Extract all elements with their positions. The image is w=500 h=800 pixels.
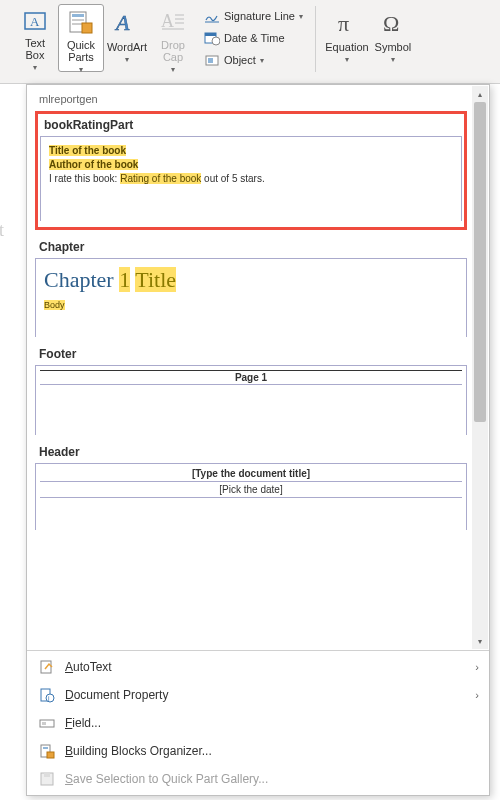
insert-stack: Signature Line ▾ Date & Time Object ▾ <box>200 4 307 70</box>
svg-rect-12 <box>162 28 184 30</box>
signature-line-button[interactable]: Signature Line ▾ <box>200 6 307 26</box>
gallery-entry-bookrating[interactable]: bookRatingPart Title of the book Author … <box>40 116 462 221</box>
menu-label: AutoText <box>65 660 112 674</box>
svg-rect-28 <box>43 747 48 749</box>
svg-rect-18 <box>208 58 213 63</box>
scroll-up-arrow[interactable]: ▴ <box>472 86 488 102</box>
svg-text:Ω: Ω <box>383 11 399 36</box>
gallery-scrollbar[interactable]: ▴ ▾ <box>472 86 488 649</box>
gallery-entry-chapter[interactable]: Chapter Chapter 1 Title Body <box>35 240 467 337</box>
chevron-down-icon: ▾ <box>299 12 303 21</box>
svg-text:A: A <box>30 14 40 29</box>
svg-rect-15 <box>205 33 216 36</box>
rate-suffix: out of 5 stars. <box>201 173 264 184</box>
svg-rect-4 <box>72 19 84 21</box>
text-box-label: Text Box <box>15 37 55 61</box>
symbol-button[interactable]: Ω Symbol ▾ <box>370 4 416 72</box>
signature-line-label: Signature Line <box>224 10 295 22</box>
chevron-down-icon: ▾ <box>171 64 175 76</box>
gallery-entry-header[interactable]: Header [Type the document title] [Pick t… <box>35 445 467 530</box>
header-date-placeholder: [Pick the date] <box>40 482 462 498</box>
chevron-right-icon: › <box>475 689 479 701</box>
svg-rect-9 <box>175 14 184 16</box>
save-icon <box>37 771 57 787</box>
wordart-button[interactable]: A WordArt ▾ <box>104 4 150 72</box>
menu-autotext[interactable]: AutoText › <box>27 653 489 681</box>
book-rating-line: I rate this book: Rating of the book out… <box>49 173 453 184</box>
gallery-scroll-area[interactable]: mlreportgen bookRatingPart Title of the … <box>27 85 489 650</box>
svg-rect-29 <box>47 752 54 758</box>
entry-title: Chapter <box>35 240 467 258</box>
chevron-right-icon: › <box>475 661 479 673</box>
quick-parts-gallery: mlreportgen bookRatingPart Title of the … <box>26 84 490 796</box>
chapter-prefix: Chapter <box>44 267 119 292</box>
entry-title: bookRatingPart <box>40 116 462 136</box>
quick-parts-button[interactable]: Quick Parts ▾ <box>58 4 104 72</box>
chevron-down-icon: ▾ <box>125 54 129 66</box>
book-title-placeholder: Title of the book <box>49 145 126 156</box>
wordart-label: WordArt <box>107 41 147 53</box>
document-background-text: ot <box>0 220 4 241</box>
entry-title: Header <box>35 445 467 463</box>
svg-rect-11 <box>175 22 184 24</box>
chevron-down-icon: ▾ <box>33 62 37 74</box>
ribbon-separator <box>315 6 316 72</box>
object-label: Object <box>224 54 256 66</box>
drop-cap-icon: A <box>159 9 187 35</box>
signature-icon <box>204 8 220 24</box>
text-group: A Text Box ▾ Quick Parts ▾ A WordArt ▾ A… <box>6 4 313 81</box>
object-button[interactable]: Object ▾ <box>200 50 307 70</box>
entry-preview: Chapter 1 Title Body <box>35 258 467 337</box>
svg-rect-10 <box>175 18 184 20</box>
menu-label: Building Blocks Organizer... <box>65 744 212 758</box>
entry-title: Footer <box>35 347 467 365</box>
chevron-down-icon: ▾ <box>391 54 395 66</box>
menu-save-selection: Save Selection to Quick Part Gallery... <box>27 765 489 793</box>
drop-cap-label: Drop Cap <box>153 39 193 63</box>
scrollbar-thumb[interactable] <box>474 102 486 422</box>
gallery-category: mlreportgen <box>35 89 485 111</box>
gallery-entry-highlight: bookRatingPart Title of the book Author … <box>35 111 467 230</box>
symbols-group: π Equation ▾ Ω Symbol ▾ <box>318 4 422 81</box>
gallery-menu: AutoText › i Document Property › Field..… <box>27 650 489 795</box>
text-box-button[interactable]: A Text Box ▾ <box>12 4 58 72</box>
object-icon <box>204 52 220 68</box>
entry-preview: [Type the document title] [Pick the date… <box>35 463 467 530</box>
svg-rect-6 <box>82 23 92 33</box>
chevron-down-icon: ▾ <box>260 56 264 65</box>
menu-document-property[interactable]: i Document Property › <box>27 681 489 709</box>
chapter-heading: Chapter 1 Title <box>44 267 458 293</box>
date-time-button[interactable]: Date & Time <box>200 28 307 48</box>
field-icon <box>37 715 57 731</box>
rate-prefix: I rate this book: <box>49 173 120 184</box>
entry-preview: Title of the book Author of the book I r… <box>40 136 462 221</box>
chapter-body-placeholder: Body <box>44 300 65 310</box>
menu-label: Document Property <box>65 688 168 702</box>
equation-button[interactable]: π Equation ▾ <box>324 4 370 72</box>
building-blocks-icon <box>37 743 57 759</box>
wordart-icon: A <box>113 9 141 37</box>
svg-text:π: π <box>338 11 349 36</box>
menu-label: Save Selection to Quick Part Gallery... <box>65 772 268 786</box>
equation-icon: π <box>333 9 361 37</box>
drop-cap-button[interactable]: A Drop Cap ▾ <box>150 4 196 72</box>
book-author-placeholder: Author of the book <box>49 159 138 170</box>
menu-building-blocks[interactable]: Building Blocks Organizer... <box>27 737 489 765</box>
chapter-num-placeholder: 1 <box>119 267 130 292</box>
gallery-entry-footer[interactable]: Footer Page 1 <box>35 347 467 435</box>
text-box-icon: A <box>21 9 49 33</box>
menu-label: Field... <box>65 716 101 730</box>
svg-rect-26 <box>42 722 46 725</box>
date-time-icon <box>204 30 220 46</box>
menu-field[interactable]: Field... <box>27 709 489 737</box>
date-time-label: Date & Time <box>224 32 285 44</box>
scroll-down-arrow[interactable]: ▾ <box>472 633 488 649</box>
ribbon: A Text Box ▾ Quick Parts ▾ A WordArt ▾ A… <box>0 0 500 84</box>
symbol-label: Symbol <box>375 41 412 53</box>
entry-preview: Page 1 <box>35 365 467 435</box>
svg-rect-31 <box>44 773 50 777</box>
chevron-down-icon: ▾ <box>345 54 349 66</box>
book-rating-placeholder: Rating of the book <box>120 173 201 184</box>
autotext-icon <box>37 659 57 675</box>
equation-label: Equation <box>325 41 368 53</box>
